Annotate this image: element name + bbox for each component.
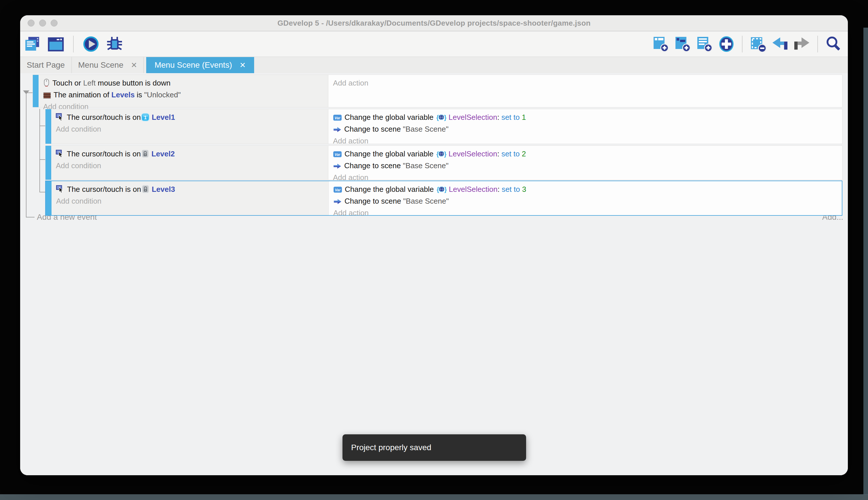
- desktop-edge-bottom: [0, 494, 868, 500]
- level-one-badge-icon: 1: [141, 113, 149, 125]
- debug-icon: [106, 36, 122, 52]
- global-variable-icon: {}: [437, 185, 447, 197]
- tree-collapse-arrow-icon[interactable]: [23, 90, 30, 94]
- add-action-button[interactable]: Add action: [333, 77, 842, 89]
- delete-selection-button[interactable]: [750, 36, 766, 52]
- add-action-button[interactable]: Add action: [333, 207, 842, 219]
- text-segment-string: "Base Scene": [403, 161, 449, 170]
- choose-event-type-button[interactable]: [718, 36, 735, 52]
- text-segment-varname: LevelSelection: [449, 113, 497, 122]
- add-subevent-icon: [675, 36, 691, 52]
- text-segment-param: Left: [83, 79, 96, 87]
- undo-icon: [772, 37, 788, 52]
- debug-button[interactable]: [106, 36, 122, 52]
- text-segment-setto: set to: [501, 113, 522, 122]
- event-drag-bar[interactable]: [46, 181, 51, 215]
- tab-start-page[interactable]: Start Page: [20, 57, 72, 73]
- event-drag-bar[interactable]: [33, 75, 38, 107]
- action-line[interactable]: Change to scene "Base Scene": [333, 195, 842, 207]
- conditions-column[interactable]: The cursor/touch is onLevel3Add conditio…: [51, 181, 329, 215]
- add-subevent-button[interactable]: [675, 36, 691, 52]
- toolbar: [20, 31, 848, 57]
- text-segment-placeholder: Add condition: [56, 125, 101, 133]
- text-segment-object: Level1: [152, 113, 175, 122]
- condition-line[interactable]: The cursor/touch is onLevel3: [56, 183, 328, 195]
- text-segment-plain: The cursor/touch is on: [67, 185, 141, 194]
- action-line[interactable]: VarChange the global variable {}LevelSel…: [333, 148, 842, 160]
- tree-tick-sub-2: [39, 159, 45, 160]
- toolbar-left-group: [20, 36, 122, 53]
- redo-button[interactable]: [794, 36, 810, 52]
- add-condition-button[interactable]: Add condition: [56, 123, 328, 135]
- actions-column[interactable]: VarChange the global variable {}LevelSel…: [328, 109, 842, 144]
- condition-line[interactable]: Touch or Left mouse button is down: [43, 77, 328, 89]
- actions-column[interactable]: VarChange the global variable {}LevelSel…: [329, 181, 842, 215]
- toolbar-right-group: [653, 31, 842, 56]
- tree-vline-sub: [39, 109, 40, 192]
- close-window-button[interactable]: [28, 20, 35, 26]
- event-sub-1[interactable]: The cursor/touch is on1Level1Add conditi…: [45, 109, 842, 144]
- svg-text:}: }: [444, 150, 446, 158]
- zoom-window-button[interactable]: [51, 20, 58, 26]
- actions-column[interactable]: VarChange the global variable {}LevelSel…: [328, 146, 842, 180]
- text-segment-plain: :: [497, 113, 501, 122]
- tab-menu-scene[interactable]: Menu Scene✕: [72, 57, 144, 73]
- scene-editor-button[interactable]: [48, 36, 64, 52]
- event-drag-bar[interactable]: [46, 109, 51, 144]
- add-comment-icon: [696, 36, 713, 52]
- condition-line[interactable]: The cursor/touch is on1Level1: [56, 112, 328, 123]
- action-line[interactable]: Change to scene "Base Scene": [333, 160, 842, 172]
- text-segment-setto: set to: [502, 185, 522, 194]
- event-sub-3[interactable]: The cursor/touch is onLevel3Add conditio…: [45, 181, 842, 216]
- text-segment-plain: :: [497, 149, 501, 158]
- action-line[interactable]: Change to scene "Base Scene": [333, 123, 842, 135]
- action-line[interactable]: VarChange the global variable {}LevelSel…: [333, 112, 842, 123]
- cursor-icon: [56, 113, 64, 125]
- tab-menu-scene-events[interactable]: Menu Scene (Events)✕: [146, 57, 254, 73]
- locked-level-badge-icon: [142, 185, 149, 197]
- locked-level-badge-icon: [141, 149, 149, 161]
- actions-column[interactable]: Add action: [328, 75, 842, 107]
- event-drag-bar[interactable]: [46, 146, 51, 180]
- text-segment-string: "Base Scene": [403, 125, 449, 133]
- text-segment-object: Level2: [151, 149, 175, 158]
- project-manager-button[interactable]: [24, 36, 40, 52]
- add-event-button[interactable]: [653, 36, 669, 52]
- add-condition-button[interactable]: Add condition: [56, 195, 328, 207]
- conditions-column[interactable]: The cursor/touch is on1Level1Add conditi…: [51, 109, 328, 144]
- conditions-column[interactable]: The cursor/touch is onLevel2Add conditio…: [51, 146, 328, 180]
- text-segment-plain: mouse button is down: [96, 79, 171, 87]
- cursor-icon: [56, 185, 64, 197]
- tree-tick-sub-1: [39, 126, 45, 126]
- search-button[interactable]: [825, 36, 842, 52]
- text-segment-plain: Change the global variable: [345, 185, 436, 194]
- condition-line[interactable]: The cursor/touch is onLevel2: [56, 148, 328, 160]
- preview-button[interactable]: [83, 36, 99, 52]
- condition-line[interactable]: The animation of Levels is "Unlocked": [43, 89, 328, 101]
- events-sheet: Add a new event Add... Touch or Left mou…: [20, 73, 848, 475]
- scene-change-icon: [333, 161, 342, 173]
- tab-label: Menu Scene: [78, 60, 123, 70]
- text-segment-plain: Change the global variable: [344, 113, 436, 122]
- svg-text:}: }: [444, 114, 446, 121]
- action-line[interactable]: VarChange the global variable {}LevelSel…: [333, 183, 842, 195]
- tab-label: Menu Scene (Events): [154, 60, 232, 70]
- text-segment-string: "Base Scene": [403, 197, 449, 205]
- event-main[interactable]: Touch or Left mouse button is downThe an…: [33, 75, 842, 107]
- add-comment-button[interactable]: [696, 36, 713, 52]
- close-tab-icon[interactable]: ✕: [131, 61, 137, 69]
- conditions-column[interactable]: Touch or Left mouse button is downThe an…: [38, 75, 328, 107]
- add-action-button[interactable]: Add action: [333, 135, 842, 147]
- text-segment-number: 3: [522, 185, 526, 194]
- svg-text:{: {: [437, 186, 439, 193]
- add-condition-button[interactable]: Add condition: [56, 160, 328, 172]
- svg-text:1: 1: [144, 115, 147, 120]
- event-sub-2[interactable]: The cursor/touch is onLevel2Add conditio…: [45, 146, 842, 180]
- toolbar-divider: [817, 36, 818, 53]
- toolbar-divider: [742, 36, 742, 53]
- text-segment-number: 2: [522, 149, 526, 158]
- close-tab-icon[interactable]: ✕: [239, 61, 246, 69]
- scene-change-icon: [333, 125, 342, 137]
- undo-button[interactable]: [772, 36, 788, 52]
- minimize-window-button[interactable]: [39, 20, 46, 26]
